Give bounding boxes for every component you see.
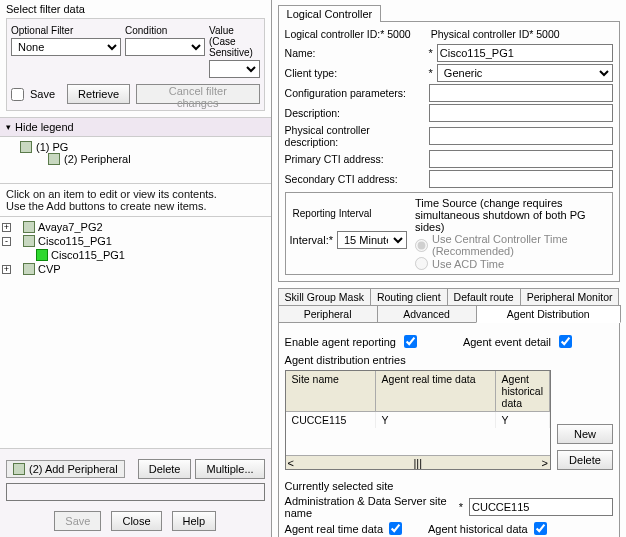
select-filter-title: Select filter data — [0, 0, 271, 18]
agent-hist-checkbox[interactable] — [534, 522, 547, 535]
left-panel: Select filter data Optional Filter None … — [0, 0, 272, 537]
condition-select[interactable] — [125, 38, 205, 56]
hide-legend-label: Hide legend — [15, 121, 74, 133]
reporting-interval-legend: Reporting Interval — [290, 208, 407, 219]
client-type-select[interactable]: Generic — [437, 64, 613, 82]
secondary-cti-input[interactable] — [429, 170, 613, 188]
tab-peripheral-monitor[interactable]: Peripheral Monitor — [520, 288, 620, 306]
description-label: Description: — [285, 107, 425, 119]
logical-id-label: Logical controller ID:* — [285, 28, 385, 40]
grid-header-hist: Agent historical data — [496, 371, 550, 411]
tab-routing-client[interactable]: Routing client — [370, 288, 448, 306]
tab-logical-controller[interactable]: Logical Controller — [278, 5, 382, 22]
tree-row[interactable]: + CVP — [2, 263, 269, 277]
grid-row[interactable]: CUCCE115 Y Y — [286, 412, 550, 428]
grid-scrollbar[interactable]: <|||> — [286, 455, 550, 469]
legend-item: (1) PG — [36, 141, 68, 153]
condition-label: Condition — [125, 25, 205, 36]
enable-agent-reporting-label: Enable agent reporting — [285, 336, 396, 348]
primary-cti-input[interactable] — [429, 150, 613, 168]
hint-line: Click on an item to edit or view its con… — [6, 188, 265, 200]
pg-icon — [23, 235, 35, 247]
grid-header-rt: Agent real time data — [376, 371, 496, 411]
tab-default-route[interactable]: Default route — [447, 288, 521, 306]
reporting-time-box: Reporting Interval Interval:* 15 Minute … — [285, 192, 613, 275]
peripheral-icon — [36, 249, 48, 261]
delete-entry-button[interactable]: Delete — [557, 450, 613, 470]
expand-icon[interactable]: + — [2, 265, 11, 274]
enable-agent-reporting-checkbox[interactable] — [404, 335, 417, 348]
agent-hist-label: Agent historical data — [428, 523, 528, 535]
grid-cell: CUCCE115 — [286, 412, 376, 428]
add-peripheral-chip[interactable]: (2) Add Peripheral — [6, 460, 125, 478]
collapse-icon[interactable]: - — [2, 237, 11, 246]
name-input[interactable] — [437, 44, 613, 62]
retrieve-button[interactable]: Retrieve — [67, 84, 130, 104]
tree-row[interactable]: Cisco115_PG1 — [2, 249, 269, 263]
agent-event-detail-label: Agent event detail — [463, 336, 551, 348]
path-input[interactable] — [6, 483, 265, 501]
peripheral-icon — [13, 463, 25, 475]
logical-id-value: 5000 — [387, 28, 410, 40]
secondary-cti-label: Secondary CTI address: — [285, 173, 425, 185]
physical-id-value: 5000 — [536, 28, 559, 40]
phys-desc-input[interactable] — [429, 127, 613, 145]
right-panel: Logical Controller Logical controller ID… — [272, 0, 626, 537]
save-checkbox[interactable] — [11, 88, 24, 101]
admin-site-label: Administration & Data Server site name — [285, 495, 453, 519]
legend-item: (2) Peripheral — [64, 153, 131, 165]
top-tab-holder: Logical Controller — [278, 4, 620, 21]
save-label: Save — [30, 88, 55, 100]
delete-button[interactable]: Delete — [138, 459, 192, 479]
config-params-input[interactable] — [429, 84, 613, 102]
chevron-down-icon: ▾ — [6, 122, 11, 132]
expand-icon[interactable]: + — [2, 223, 11, 232]
bottom-close-button[interactable]: Close — [111, 511, 161, 531]
time-source-radio-acd — [415, 257, 428, 270]
currently-selected-label: Currently selected site — [285, 480, 613, 492]
new-button[interactable]: New — [557, 424, 613, 444]
optional-filter-select[interactable]: None — [11, 38, 121, 56]
phys-desc-label: Physical controller description: — [285, 124, 425, 148]
pg-icon — [20, 141, 32, 153]
tree-row[interactable]: - Cisco115_PG1 — [2, 235, 269, 249]
tree-area[interactable]: + Avaya7_PG2 - Cisco115_PG1 Cisco115_PG1… — [0, 216, 271, 416]
hint-line: Use the Add buttons to create new items. — [6, 200, 265, 212]
agent-event-detail-checkbox[interactable] — [559, 335, 572, 348]
time-source-opt2: Use ACD Time — [432, 258, 504, 270]
time-source-heading: Time Source (change requires simultaneou… — [415, 197, 608, 233]
tab-advanced[interactable]: Advanced — [377, 305, 477, 323]
cancel-filter-button: Cancel filter changes — [136, 84, 260, 104]
primary-cti-label: Primary CTI address: — [285, 153, 425, 165]
bottom-save-button: Save — [54, 511, 101, 531]
tab-peripheral[interactable]: Peripheral — [278, 305, 378, 323]
tree-row[interactable]: + Avaya7_PG2 — [2, 221, 269, 235]
multiple-button[interactable]: Multiple... — [195, 459, 264, 479]
tab-skill-group-mask[interactable]: Skill Group Mask — [278, 288, 371, 306]
grid-cell: Y — [376, 412, 496, 428]
name-label: Name: — [285, 47, 425, 59]
time-source-opt1: Use Central Controller Time (Recommended… — [432, 233, 608, 257]
tab-agent-distribution[interactable]: Agent Distribution — [476, 305, 621, 323]
interval-label: Interval:* — [290, 234, 333, 246]
grid-header-site: Site name — [286, 371, 376, 411]
interval-select[interactable]: 15 Minute — [337, 231, 407, 249]
legend-bar[interactable]: ▾ Hide legend — [0, 117, 271, 137]
description-input[interactable] — [429, 104, 613, 122]
peripheral-icon — [48, 153, 60, 165]
logical-controller-fieldset: Logical controller ID:* 5000 Physical co… — [278, 21, 620, 282]
subtab-container: Skill Group Mask Routing client Default … — [278, 288, 620, 537]
tree-label: Avaya7_PG2 — [38, 221, 103, 233]
pg-icon — [23, 221, 35, 233]
pg-icon — [23, 263, 35, 275]
agent-dist-grid[interactable]: Site name Agent real time data Agent his… — [285, 370, 551, 470]
agent-rt-checkbox[interactable] — [389, 522, 402, 535]
tree-label: Cisco115_PG1 — [51, 249, 125, 261]
value-select[interactable] — [209, 60, 260, 78]
optional-filter-label: Optional Filter — [11, 25, 121, 36]
bottom-help-button[interactable]: Help — [172, 511, 217, 531]
legend-body: (1) PG (2) Peripheral — [0, 137, 271, 183]
admin-site-input[interactable] — [469, 498, 613, 516]
tree-label: CVP — [38, 263, 61, 275]
filter-box: Optional Filter None Condition Value (Ca… — [6, 18, 265, 111]
